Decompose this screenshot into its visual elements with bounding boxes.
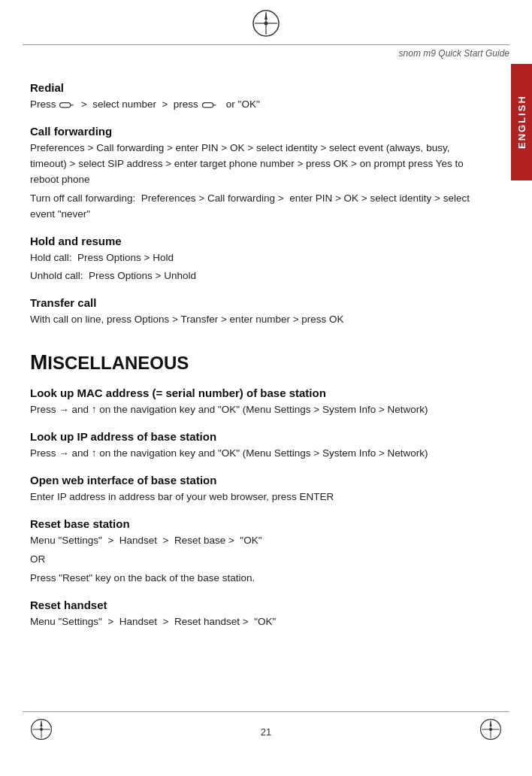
- svg-point-13: [40, 728, 43, 731]
- reset-handset-title: Reset handset: [30, 599, 487, 611]
- transfer-call-body: With call on line, press Options > Trans…: [30, 312, 487, 328]
- transfer-call-title: Transfer call: [30, 296, 487, 309]
- phone-icon-2: [201, 99, 218, 110]
- redial-section: Redial Press > select number > press or …: [30, 81, 487, 113]
- top-compass-decoration: [0, 0, 532, 44]
- transfer-call-section: Transfer call With call on line, press O…: [30, 296, 487, 328]
- reset-base-title: Reset base station: [30, 517, 487, 530]
- hold-resume-body1: Hold call: Press Options > Hold: [30, 250, 487, 266]
- redial-body: Press > select number > press or "OK": [30, 97, 487, 113]
- bottom-compass-left: [30, 718, 53, 743]
- footer-rule: [23, 711, 509, 712]
- mac-address-section: Look up MAC address (= serial number) of…: [30, 386, 487, 418]
- ip-address-title: Look up IP address of base station: [30, 430, 487, 443]
- language-tab: ENGLISH: [511, 64, 532, 180]
- reset-base-body1: Menu "Settings" > Handset > Reset base >…: [30, 533, 487, 549]
- hold-resume-body2: Unhold call: Press Options > Unhold: [30, 268, 487, 284]
- hold-resume-title: Hold and resume: [30, 235, 487, 247]
- reset-handset-section: Reset handset Menu "Settings" > Handset …: [30, 599, 487, 630]
- reset-base-body3: Press "Reset" key on the back of the bas…: [30, 571, 487, 587]
- svg-rect-5: [60, 103, 71, 108]
- svg-marker-17: [489, 721, 491, 726]
- mac-address-body: Press → and ↑ on the navigation key and …: [30, 402, 487, 418]
- redial-title: Redial: [30, 81, 487, 94]
- page-title: snom m9 Quick Start Guide: [399, 48, 509, 59]
- bottom-compass-right: [479, 718, 502, 743]
- svg-marker-3: [264, 13, 268, 20]
- ip-address-body: Press → and ↑ on the navigation key and …: [30, 446, 487, 462]
- web-interface-title: Open web interface of base station: [30, 474, 487, 487]
- svg-rect-7: [202, 103, 213, 108]
- reset-base-section: Reset base station Menu "Settings" > Han…: [30, 517, 487, 587]
- hold-resume-section: Hold and resume Hold call: Press Options…: [30, 235, 487, 285]
- svg-point-4: [264, 22, 268, 26]
- ip-address-section: Look up IP address of base station Press…: [30, 430, 487, 462]
- miscellaneous-title: MISCELLANEOUS: [30, 350, 487, 374]
- call-forwarding-body1: Preferences > Call forwarding > enter PI…: [30, 141, 487, 188]
- reset-handset-body: Menu "Settings" > Handset > Reset handse…: [30, 614, 487, 630]
- mac-address-title: Look up MAC address (= serial number) of…: [30, 386, 487, 399]
- web-interface-body: Enter IP address in address bar of your …: [30, 490, 487, 505]
- main-content: Redial Press > select number > press or …: [0, 62, 532, 648]
- call-forwarding-section: Call forwarding Preferences > Call forwa…: [30, 125, 487, 223]
- call-forwarding-title: Call forwarding: [30, 125, 487, 138]
- call-forwarding-body2: Turn off call forwarding: Preferences > …: [30, 191, 487, 223]
- page-number: 21: [261, 726, 271, 738]
- reset-base-body2: OR: [30, 552, 487, 568]
- svg-point-18: [489, 728, 492, 731]
- web-interface-section: Open web interface of base station Enter…: [30, 474, 487, 505]
- phone-icon-1: [59, 99, 75, 110]
- miscellaneous-section: MISCELLANEOUS Look up MAC address (= ser…: [30, 350, 487, 629]
- svg-marker-12: [40, 721, 42, 726]
- page-header: snom m9 Quick Start Guide: [0, 45, 532, 62]
